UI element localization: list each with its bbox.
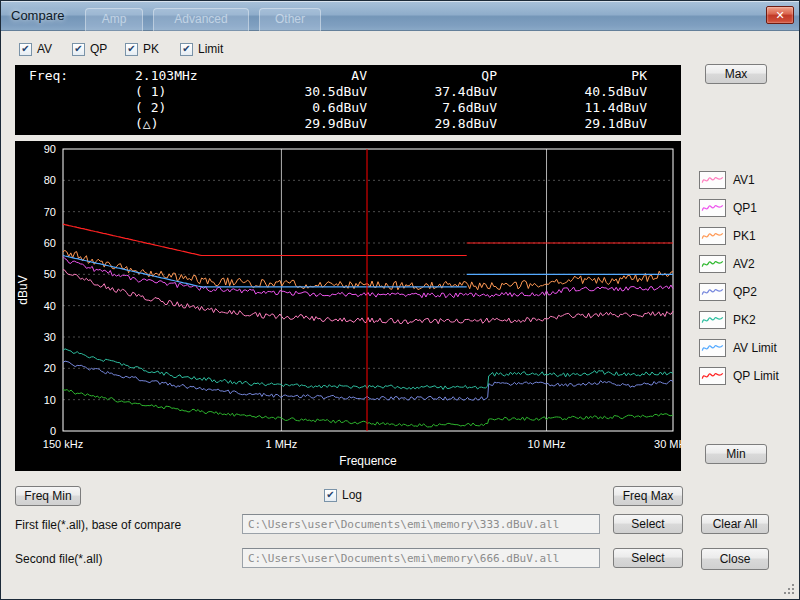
checkmark-icon: ✔ bbox=[324, 489, 337, 502]
x-tick-label: 1 MHz bbox=[266, 438, 298, 450]
checkbox-log-label: Log bbox=[342, 488, 362, 502]
readout-cell: 29.8dBuV bbox=[367, 116, 497, 132]
y-tick-label: 30 bbox=[44, 331, 56, 343]
pk1-trace-icon bbox=[699, 227, 726, 245]
first-file-select-button[interactable]: Select bbox=[613, 514, 683, 534]
trace-pk1 bbox=[63, 250, 673, 289]
titlebar[interactable]: Amp Advanced Other Compare ✕ bbox=[1, 1, 799, 31]
background-tab-other: Other bbox=[259, 8, 321, 31]
x-tick-label: 30 MHz bbox=[654, 438, 681, 450]
clear-all-button[interactable]: Clear All bbox=[701, 514, 769, 534]
compare-window: Amp Advanced Other Compare ✕ ✔ AV ✔ QP ✔… bbox=[0, 0, 800, 600]
trace-qp2 bbox=[63, 361, 673, 400]
freq-value: 2.103MHz bbox=[135, 68, 231, 84]
legend-item-av1: AV1 bbox=[699, 171, 779, 189]
av2-trace-icon bbox=[699, 255, 726, 273]
legend-label: PK1 bbox=[733, 229, 756, 243]
readout-cell: 0.6dBuV bbox=[231, 100, 367, 116]
trace-qp-limit bbox=[63, 224, 467, 255]
readout-cell: 29.1dBuV bbox=[497, 116, 647, 132]
close-dialog-button[interactable]: Close bbox=[701, 548, 769, 570]
second-file-path-input[interactable] bbox=[242, 548, 600, 568]
legend-label: AV Limit bbox=[733, 341, 777, 355]
freq-min-button[interactable]: Freq Min bbox=[15, 486, 81, 506]
close-button[interactable]: ✕ bbox=[766, 6, 794, 24]
legend-label: QP2 bbox=[733, 285, 757, 299]
readout-row-1: ( 1) 30.5dBuV 37.4dBuV 40.5dBuV bbox=[15, 84, 681, 100]
checkbox-pk-label: PK bbox=[143, 42, 159, 56]
y-tick-label: 80 bbox=[44, 174, 56, 186]
checkbox-limit[interactable]: ✔ Limit bbox=[180, 42, 223, 56]
max-button[interactable]: Max bbox=[705, 64, 767, 84]
av1-trace-icon bbox=[699, 171, 726, 189]
col-header-av: AV bbox=[231, 68, 367, 84]
first-file-path-input[interactable] bbox=[242, 514, 600, 534]
col-header-qp: QP bbox=[367, 68, 497, 84]
min-button[interactable]: Min bbox=[705, 444, 767, 464]
first-file-label: First file(*.all), base of compare bbox=[15, 518, 181, 532]
qp1-trace-icon bbox=[699, 199, 726, 217]
chart-panel[interactable]: 0102030405060708090150 kHz1 MHz10 MHz30 … bbox=[15, 141, 681, 471]
window-title: Compare bbox=[11, 1, 64, 31]
legend-item-pk1: PK1 bbox=[699, 227, 779, 245]
trace-av2 bbox=[63, 390, 673, 427]
checkbox-limit-label: Limit bbox=[198, 42, 223, 56]
row-label: ( 2) bbox=[135, 100, 231, 116]
legend-label: AV2 bbox=[733, 257, 755, 271]
y-tick-label: 70 bbox=[44, 206, 56, 218]
legend-label: QP1 bbox=[733, 201, 757, 215]
legend-item-pk2: PK2 bbox=[699, 311, 779, 329]
legend-item-qp2: QP2 bbox=[699, 283, 779, 301]
x-tick-label: 150 kHz bbox=[43, 438, 83, 450]
y-tick-label: 10 bbox=[44, 394, 56, 406]
y-axis-title: dBuV bbox=[16, 275, 30, 304]
readout-cell: 29.9dBuV bbox=[231, 116, 367, 132]
y-tick-label: 50 bbox=[44, 268, 56, 280]
checkmark-icon: ✔ bbox=[125, 43, 138, 56]
checkmark-icon: ✔ bbox=[19, 43, 32, 56]
legend-label: PK2 bbox=[733, 313, 756, 327]
plot-border bbox=[63, 149, 673, 431]
checkbox-qp[interactable]: ✔ QP bbox=[72, 42, 107, 56]
legend-item-qp1: QP1 bbox=[699, 199, 779, 217]
legend-item-av2: AV2 bbox=[699, 255, 779, 273]
y-tick-label: 0 bbox=[50, 425, 56, 437]
legend-label: AV1 bbox=[733, 173, 755, 187]
close-icon: ✕ bbox=[775, 9, 784, 21]
legend: AV1 QP1 PK1 AV2 QP2 PK2 AV Limit QP Lim bbox=[699, 171, 779, 385]
checkbox-qp-label: QP bbox=[90, 42, 107, 56]
row-label: (△) bbox=[135, 116, 231, 132]
qp2-trace-icon bbox=[699, 283, 726, 301]
col-header-pk: PK bbox=[497, 68, 647, 84]
background-tab-amp: Amp bbox=[85, 8, 143, 31]
readout-cell: 37.4dBuV bbox=[367, 84, 497, 100]
resize-grip[interactable] bbox=[783, 583, 795, 595]
trace-pk2 bbox=[63, 349, 673, 390]
freq-label: Freq: bbox=[25, 68, 135, 84]
qp-limit-trace-icon bbox=[699, 367, 726, 385]
second-file-label: Second file(*.all) bbox=[15, 552, 102, 566]
row-label: ( 1) bbox=[135, 84, 231, 100]
pk2-trace-icon bbox=[699, 311, 726, 329]
spectrum-chart[interactable]: 0102030405060708090150 kHz1 MHz10 MHz30 … bbox=[15, 141, 681, 471]
checkbox-pk[interactable]: ✔ PK bbox=[125, 42, 159, 56]
checkmark-icon: ✔ bbox=[72, 43, 85, 56]
readout-cell: 7.6dBuV bbox=[367, 100, 497, 116]
readout-cell: 40.5dBuV bbox=[497, 84, 647, 100]
readout-row-2: ( 2) 0.6dBuV 7.6dBuV 11.4dBuV bbox=[15, 100, 681, 116]
readout-row-delta: (△) 29.9dBuV 29.8dBuV 29.1dBuV bbox=[15, 116, 681, 132]
marker-readout-panel: Freq: 2.103MHz AV QP PK ( 1) 30.5dBuV 37… bbox=[15, 65, 681, 135]
y-tick-label: 90 bbox=[44, 143, 56, 155]
readout-header-row: Freq: 2.103MHz AV QP PK bbox=[15, 68, 681, 84]
y-tick-label: 60 bbox=[44, 237, 56, 249]
checkbox-log[interactable]: ✔ Log bbox=[324, 488, 362, 502]
freq-max-button[interactable]: Freq Max bbox=[613, 486, 683, 506]
legend-item-qp-limit: QP Limit bbox=[699, 367, 779, 385]
x-tick-label: 10 MHz bbox=[528, 438, 566, 450]
checkbox-av[interactable]: ✔ AV bbox=[19, 42, 52, 56]
checkbox-av-label: AV bbox=[37, 42, 52, 56]
legend-label: QP Limit bbox=[733, 369, 779, 383]
y-tick-label: 20 bbox=[44, 362, 56, 374]
second-file-select-button[interactable]: Select bbox=[613, 548, 683, 568]
y-tick-label: 40 bbox=[44, 300, 56, 312]
